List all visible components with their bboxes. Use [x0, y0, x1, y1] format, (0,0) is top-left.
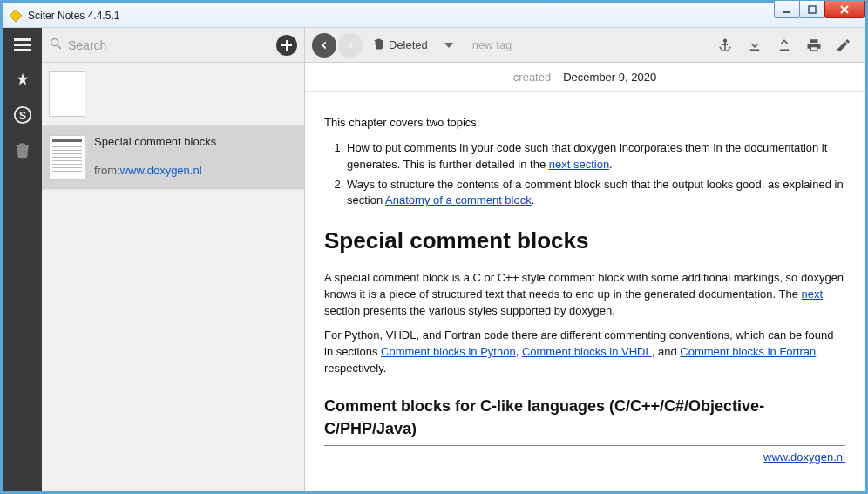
svg-marker-0 — [10, 10, 22, 22]
svg-rect-13 — [281, 44, 292, 46]
note-list-panel: Special comment blocks from:www.doxygen.… — [42, 28, 305, 491]
vhdl-link[interactable]: Comment blocks in VHDL — [522, 345, 652, 358]
note-source: from:www.doxygen.nl — [94, 164, 216, 177]
svg-rect-7 — [14, 49, 31, 51]
document-body[interactable]: This chapter covers two topics: How to p… — [305, 92, 865, 491]
svg-point-10 — [51, 39, 58, 46]
titlebar: Sciter Notes 4.4.5.1 — [3, 3, 865, 28]
download-button[interactable] — [741, 32, 769, 58]
doc-h1: Special comment blocks — [324, 225, 845, 258]
source-link[interactable]: www.doxygen.nl — [763, 450, 845, 464]
created-date: December 9, 2020 — [563, 71, 656, 84]
note-meta: Special comment blocks from:www.doxygen.… — [94, 135, 216, 180]
search-row — [42, 28, 304, 63]
svg-rect-1 — [783, 11, 790, 13]
note-thumbnail — [49, 135, 85, 180]
left-rail: S — [3, 28, 42, 491]
doc-h2: Comment blocks for C-like languages (C/C… — [324, 395, 845, 440]
chevron-down-icon[interactable] — [437, 35, 453, 56]
next-section-link[interactable]: next section — [549, 158, 609, 171]
svg-line-11 — [58, 45, 61, 49]
forward-button[interactable] — [338, 33, 363, 58]
svg-rect-5 — [14, 38, 31, 41]
print-button[interactable] — [800, 32, 828, 58]
app-body: S — [3, 28, 865, 491]
svg-rect-2 — [809, 6, 816, 13]
note-source-link[interactable]: www.doxygen.nl — [120, 164, 202, 177]
created-label: created — [513, 71, 551, 84]
close-button[interactable] — [824, 1, 865, 18]
menu-button[interactable] — [9, 33, 37, 58]
doc-separator — [324, 445, 845, 446]
source-link-row: www.doxygen.nl — [324, 450, 845, 466]
minimize-button[interactable] — [774, 1, 800, 18]
doc-topic-list: How to put comments in your code such th… — [347, 140, 845, 209]
doc-intro: This chapter covers two topics: — [324, 115, 845, 132]
anchor-button[interactable] — [711, 32, 739, 58]
deleted-filter[interactable]: Deleted — [368, 35, 458, 56]
upload-button[interactable] — [770, 32, 798, 58]
app-icon — [9, 9, 23, 23]
edit-button[interactable] — [830, 32, 858, 58]
next-link[interactable]: next — [802, 288, 824, 301]
python-link[interactable]: Comment blocks in Python — [381, 345, 516, 358]
new-tag-input[interactable] — [472, 38, 568, 51]
content-area: Deleted — [305, 28, 865, 491]
note-item[interactable] — [42, 63, 304, 126]
doc-paragraph: For Python, VHDL, and Fortran code there… — [324, 328, 845, 377]
note-item[interactable]: Special comment blocks from:www.doxygen.… — [42, 126, 304, 190]
favorites-icon[interactable] — [9, 68, 37, 92]
svg-text:S: S — [19, 110, 26, 122]
anatomy-link[interactable]: Anatomy of a comment block — [385, 193, 532, 206]
app-window: Sciter Notes 4.4.5.1 S — [3, 3, 865, 491]
note-thumbnail — [49, 71, 85, 117]
meta-row: created December 9, 2020 — [305, 63, 865, 92]
trash-icon — [373, 37, 385, 53]
list-item: Ways to structure the contents of a comm… — [347, 177, 845, 210]
search-icon — [49, 37, 63, 53]
list-item: How to put comments in your code such th… — [347, 140, 845, 173]
trash-icon[interactable] — [9, 138, 37, 162]
window-title: Sciter Notes 4.4.5.1 — [28, 10, 119, 22]
note-title: Special comment blocks — [94, 135, 216, 148]
search-input[interactable] — [68, 38, 276, 52]
doc-paragraph: A special comment block is a C or C++ st… — [324, 270, 845, 320]
back-button[interactable] — [312, 33, 336, 58]
notes-scroll[interactable]: Special comment blocks from:www.doxygen.… — [42, 63, 304, 491]
maximize-button[interactable] — [799, 1, 825, 18]
s-icon[interactable]: S — [9, 103, 37, 127]
add-note-button[interactable] — [276, 35, 297, 56]
fortran-link[interactable]: Comment blocks in Fortran — [680, 345, 816, 358]
deleted-label: Deleted — [389, 38, 428, 51]
svg-marker-14 — [444, 43, 453, 48]
svg-rect-6 — [14, 44, 31, 46]
content-toolbar: Deleted — [305, 28, 865, 63]
window-controls — [775, 1, 865, 18]
